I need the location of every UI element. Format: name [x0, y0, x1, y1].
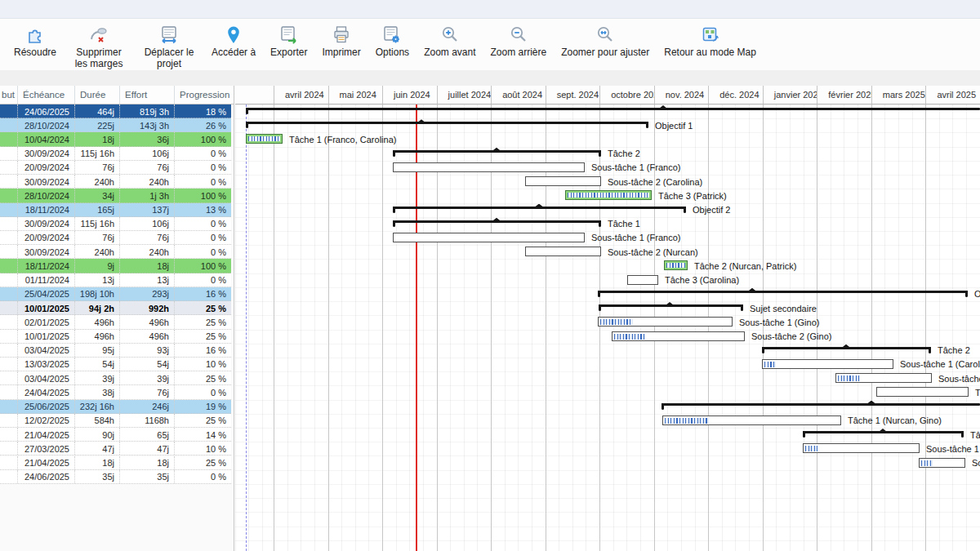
- gantt-row: Tâche 3 (Carolina): [235, 273, 980, 287]
- cell-effort: 106j: [119, 217, 174, 230]
- summary-right-hook: [741, 304, 743, 311]
- table-row[interactable]: 28/10/2024225j143j 3h26 %: [0, 118, 231, 132]
- gantt-bar[interactable]: [525, 247, 601, 256]
- table-row[interactable]: 28/10/202434j1j 3h100 %: [0, 189, 231, 202]
- cell-debut: [0, 371, 17, 384]
- gantt-bar[interactable]: [919, 458, 965, 468]
- table-row[interactable]: 03/04/202595j93j16 %: [0, 344, 231, 358]
- gantt-row: [235, 104, 980, 118]
- imprimer-button[interactable]: Imprimer: [322, 19, 360, 59]
- summary-right-hook: [599, 220, 601, 227]
- month-header-cell: août 2024: [491, 86, 546, 104]
- gantt-bar[interactable]: [525, 176, 601, 186]
- table-row[interactable]: 02/01/2025496h496h25 %: [0, 315, 231, 329]
- gantt-bar[interactable]: [393, 233, 585, 242]
- cell-debut: [0, 245, 17, 258]
- gantt-bar-complete[interactable]: [246, 134, 283, 144]
- gantt-bar[interactable]: [762, 359, 893, 369]
- column-header-effort[interactable]: Effort: [119, 86, 174, 104]
- column-header-debut[interactable]: but: [0, 86, 17, 104]
- cell-debut: [0, 287, 17, 300]
- gantt-bar[interactable]: [662, 415, 841, 425]
- cell-duree: 232j 16h: [74, 400, 119, 413]
- cell-effort: 18j: [119, 259, 174, 272]
- cell-effort: 1j 3h: [119, 189, 174, 202]
- exporter-button[interactable]: Exporter: [270, 19, 307, 59]
- deplacer-projet-button[interactable]: Déplacer le projet: [141, 19, 197, 70]
- table-row[interactable]: 01/11/202413j13j0 %: [0, 273, 231, 287]
- location-pin-icon: [223, 23, 244, 47]
- table-row[interactable]: 25/04/2025198j 10h293j16 %: [0, 287, 231, 301]
- cell-effort: 293j: [119, 287, 174, 300]
- gantt-row: Sous-tâche 1 (Carolina): [235, 358, 980, 371]
- table-row[interactable]: 24/04/202538j76j0 %: [0, 385, 231, 399]
- gantt-bar[interactable]: [835, 373, 932, 383]
- table-row[interactable]: 18/11/20249j18j100 %: [0, 259, 231, 273]
- gantt-summary-bar[interactable]: [598, 291, 968, 293]
- gantt-bar-label: Objectif 1: [655, 121, 693, 131]
- button-label: Zoomer pour ajuster: [561, 47, 649, 59]
- table-row[interactable]: 27/03/202547j47j10 %: [0, 442, 231, 455]
- table-row[interactable]: 30/09/2024115j 16h106j0 %: [0, 217, 231, 231]
- gantt-bar[interactable]: [393, 162, 585, 172]
- gantt-bar[interactable]: [612, 331, 745, 341]
- gantt-row: [235, 400, 980, 414]
- table-row[interactable]: 30/09/2024240h240h0 %: [0, 175, 231, 189]
- gantt-row: Tâche 2: [235, 344, 980, 358]
- printer-icon: [331, 23, 352, 47]
- cell-progression: 10 %: [174, 442, 231, 455]
- cell-duree: 54j: [74, 358, 119, 371]
- gantt-summary-bar[interactable]: [246, 108, 980, 110]
- gantt-bar[interactable]: [876, 387, 969, 397]
- gantt-summary-bar[interactable]: [662, 403, 980, 406]
- gantt-bar-label: Tâche 2: [608, 149, 640, 158]
- gantt-bar[interactable]: [803, 443, 920, 453]
- zoomer-pour-ajuster-button[interactable]: Zoomer pour ajuster: [561, 19, 649, 59]
- cell-debut: [0, 330, 17, 343]
- options-button[interactable]: Options: [376, 19, 409, 59]
- gantt-bar-complete[interactable]: [565, 190, 652, 200]
- table-row[interactable]: 21/04/202590j65j14 %: [0, 428, 231, 442]
- column-header-progression[interactable]: Progression: [174, 86, 234, 104]
- table-row[interactable]: 13/03/202554j54j10 %: [0, 358, 231, 371]
- zoom-arriere-button[interactable]: Zoom arrière: [491, 19, 547, 59]
- table-row[interactable]: 10/01/202594j 2h992h25 %: [0, 301, 231, 315]
- table-row[interactable]: 12/02/2025584h1168h25 %: [0, 414, 231, 428]
- gantt-bar[interactable]: [627, 275, 658, 285]
- table-row[interactable]: 24/06/2025464j819j 3h18 %: [0, 104, 231, 118]
- cell-progression: 25 %: [174, 414, 231, 427]
- cell-duree: 198j 10h: [74, 287, 119, 300]
- table-row[interactable]: 18/11/2024165j137j13 %: [0, 203, 231, 217]
- month-header-cell: mai 2024: [328, 86, 383, 104]
- cell-duree: 240h: [74, 175, 119, 188]
- table-row[interactable]: 20/09/202476j76j0 %: [0, 161, 231, 175]
- column-header-echeance[interactable]: Échéance: [17, 86, 74, 104]
- summary-peak-mark: [492, 148, 501, 151]
- column-header-duree[interactable]: Durée: [74, 86, 119, 104]
- table-row[interactable]: 24/06/202535j35j0 %: [0, 470, 231, 484]
- retour-mode-map-button[interactable]: Retour au mode Map: [664, 19, 756, 59]
- button-label: Options: [376, 47, 409, 59]
- cell-echeance: 28/10/2024: [17, 118, 74, 131]
- zoom-avant-button[interactable]: Zoom avant: [424, 19, 475, 59]
- table-row[interactable]: 20/09/202476j76j0 %: [0, 231, 231, 245]
- cell-effort: 106j: [119, 147, 174, 160]
- resoudre-button[interactable]: Résoudre: [14, 19, 56, 59]
- table-row[interactable]: 03/04/202539j39j25 %: [0, 371, 231, 385]
- table-row[interactable]: 10/01/2025496h496h25 %: [0, 330, 231, 344]
- supprimer-marges-button[interactable]: Supprimer les marges: [71, 19, 127, 70]
- summary-peak-mark: [492, 218, 501, 221]
- gantt-bar[interactable]: [598, 317, 733, 327]
- table-row[interactable]: 30/09/2024240h240h0 %: [0, 245, 231, 259]
- gantt-bar-complete[interactable]: [664, 260, 688, 270]
- cell-duree: 464j: [74, 104, 119, 118]
- cell-effort: 246j: [119, 400, 174, 413]
- table-row[interactable]: 30/09/2024115j 16h106j0 %: [0, 147, 231, 161]
- gantt-summary-bar[interactable]: [246, 122, 648, 124]
- progress-hatch: [665, 418, 709, 424]
- table-row[interactable]: 10/04/202418j36j100 %: [0, 132, 231, 146]
- acceder-a-button[interactable]: Accéder à: [212, 19, 256, 59]
- table-row[interactable]: 25/06/2025232j 16h246j19 %: [0, 400, 231, 414]
- puzzle-icon: [24, 23, 46, 47]
- table-row[interactable]: 21/04/202518j18j25 %: [0, 456, 231, 470]
